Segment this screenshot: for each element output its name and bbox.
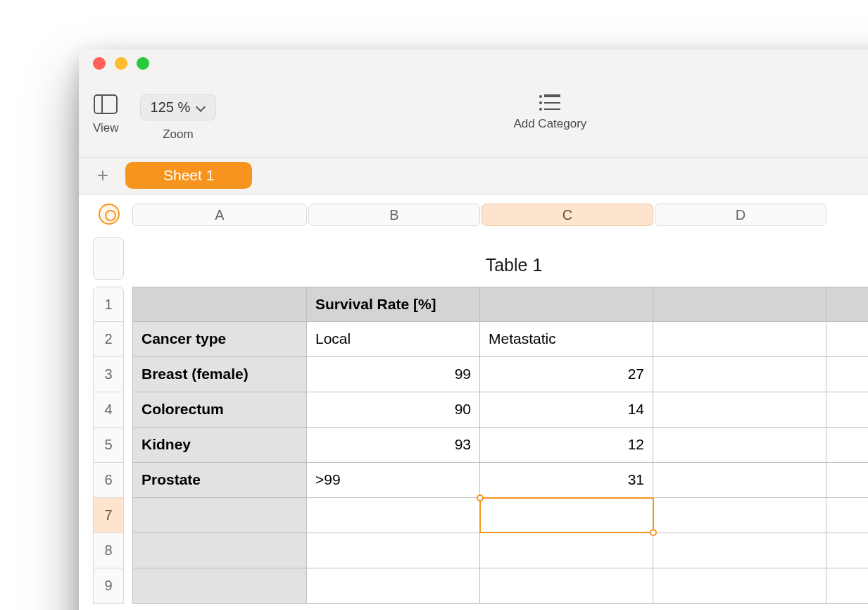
- cell-D4[interactable]: [653, 392, 826, 428]
- row-header-9[interactable]: 9: [93, 568, 124, 604]
- cell-A6[interactable]: Prostate: [132, 463, 307, 498]
- cell-D7[interactable]: [653, 498, 826, 533]
- cell-B7[interactable]: [307, 498, 480, 533]
- table-grid: Survival Rate [%] Cancer type Local Meta…: [132, 287, 868, 610]
- add-category-label: Add Category: [513, 117, 586, 131]
- row-header-7[interactable]: 7: [93, 498, 124, 533]
- cell-B5[interactable]: 93: [307, 428, 480, 463]
- sheet-area[interactable]: A B C D Table 1 1 2 3 4 5 6 7 8 9 Surviv…: [79, 195, 868, 610]
- col-header-A[interactable]: A: [132, 204, 307, 226]
- table-row: [132, 568, 868, 604]
- cell-B8[interactable]: [307, 533, 480, 568]
- toolbar: View 125 % Zoom Add Category Insert: [79, 94, 868, 158]
- zoom-window-icon[interactable]: [137, 57, 149, 70]
- cell-B6[interactable]: >99: [307, 463, 480, 498]
- table-handle-icon[interactable]: [99, 204, 120, 225]
- sheet-tabs: + Sheet 1: [79, 158, 868, 195]
- column-headers: A B C D: [132, 204, 868, 226]
- row-header-1[interactable]: 1: [93, 287, 124, 322]
- table-row: Prostate >99 31: [132, 463, 868, 498]
- zoom-dropdown[interactable]: 125 %: [140, 94, 217, 120]
- cell-A8[interactable]: [132, 533, 307, 568]
- row-header-5[interactable]: 5: [93, 428, 124, 463]
- cell-E1[interactable]: [826, 287, 868, 322]
- cell-E2[interactable]: [826, 322, 868, 357]
- sidebar-icon: [94, 94, 118, 114]
- app-window: View 125 % Zoom Add Category Insert + Sh…: [79, 49, 868, 610]
- cell-C8[interactable]: [480, 533, 653, 568]
- cell-C7[interactable]: [480, 498, 653, 533]
- row-header-8[interactable]: 8: [93, 533, 124, 568]
- cell-C5[interactable]: 12: [480, 428, 653, 463]
- chevron-down-icon: [196, 103, 206, 113]
- zoom-label: Zoom: [163, 127, 193, 142]
- row-header-2[interactable]: 2: [93, 322, 124, 357]
- cell-C2[interactable]: Metastatic: [480, 322, 653, 357]
- row-header-3[interactable]: 3: [93, 357, 124, 392]
- cell-D8[interactable]: [653, 533, 826, 568]
- cell-A2[interactable]: Cancer type: [132, 322, 307, 357]
- cell-A7[interactable]: [132, 498, 307, 533]
- table-row: Colorectum 90 14: [132, 392, 868, 428]
- titlebar[interactable]: [79, 49, 868, 94]
- cell-E6[interactable]: [826, 463, 868, 498]
- table-row: Breast (female) 99 27: [132, 357, 868, 392]
- cell-B1[interactable]: Survival Rate [%]: [307, 287, 480, 322]
- view-tool[interactable]: View: [93, 94, 119, 135]
- table-row: Cancer type Local Metastatic: [132, 322, 868, 357]
- cell-E4[interactable]: [826, 392, 868, 428]
- cell-A9[interactable]: [132, 568, 307, 604]
- cell-C3[interactable]: 27: [480, 357, 653, 392]
- table-title-spacer: [93, 237, 124, 280]
- zoom-tool[interactable]: 125 % Zoom: [140, 94, 217, 142]
- row-headers: 1 2 3 4 5 6 7 8 9: [93, 287, 124, 604]
- cell-E7[interactable]: [826, 498, 868, 533]
- cell-E3[interactable]: [826, 357, 868, 392]
- tab-sheet-1[interactable]: Sheet 1: [125, 162, 252, 189]
- table-title[interactable]: Table 1: [132, 255, 868, 275]
- cell-A4[interactable]: Colorectum: [132, 392, 307, 428]
- cell-B9[interactable]: [307, 568, 480, 604]
- cell-C6[interactable]: 31: [480, 463, 653, 498]
- add-category-tool[interactable]: Add Category: [513, 94, 586, 131]
- row-header-6[interactable]: 6: [93, 463, 124, 498]
- cell-D6[interactable]: [653, 463, 826, 498]
- window-controls: [93, 57, 149, 70]
- cell-D3[interactable]: [653, 357, 826, 392]
- cell-A5[interactable]: Kidney: [132, 428, 307, 463]
- zoom-value: 125 %: [151, 99, 191, 116]
- cell-A3[interactable]: Breast (female): [132, 357, 307, 392]
- cell-B2[interactable]: Local: [307, 322, 480, 357]
- col-header-B[interactable]: B: [308, 204, 480, 226]
- cell-E8[interactable]: [826, 533, 868, 568]
- close-icon[interactable]: [93, 57, 106, 70]
- cell-C1[interactable]: [480, 287, 653, 322]
- row-header-4[interactable]: 4: [93, 392, 124, 428]
- cell-D5[interactable]: [653, 428, 826, 463]
- cell-D2[interactable]: [653, 322, 826, 357]
- cell-E5[interactable]: [826, 428, 868, 463]
- cell-E9[interactable]: [826, 568, 868, 604]
- cell-D1[interactable]: [653, 287, 826, 322]
- table-row: [132, 498, 868, 533]
- cell-A1[interactable]: [132, 287, 307, 322]
- cell-D9[interactable]: [653, 568, 826, 604]
- cell-C9[interactable]: [480, 568, 653, 604]
- table-row: Survival Rate [%]: [132, 287, 868, 322]
- col-header-D[interactable]: D: [655, 204, 826, 226]
- cell-C4[interactable]: 14: [480, 392, 653, 428]
- cell-B4[interactable]: 90: [307, 392, 480, 428]
- col-header-C[interactable]: C: [482, 204, 653, 226]
- table-row: [132, 533, 868, 568]
- view-label: View: [93, 121, 119, 135]
- minimize-icon[interactable]: [115, 57, 127, 70]
- list-icon: [539, 94, 560, 110]
- add-sheet-button[interactable]: +: [87, 166, 118, 185]
- cell-B3[interactable]: 99: [307, 357, 480, 392]
- table-row: Kidney 93 12: [132, 428, 868, 463]
